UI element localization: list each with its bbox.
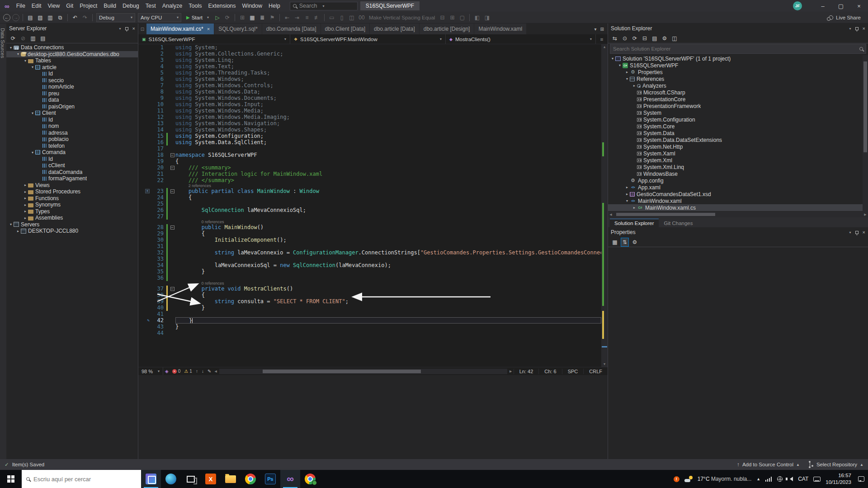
server-item-paisorigen[interactable]: paisOrigen: [6, 103, 138, 110]
solution-item-system-data-datasetextensions[interactable]: System.Data.DataSetExtensions: [608, 136, 868, 143]
codelens-references[interactable]: 2 references: [138, 183, 601, 188]
categorized-icon[interactable]: ▦: [611, 238, 619, 247]
solution-item-system-xml[interactable]: System.Xml: [608, 157, 868, 164]
server-item-id[interactable]: Id: [6, 156, 138, 163]
solution-item-presentationframework[interactable]: PresentationFramework: [608, 103, 868, 109]
menu-debug[interactable]: Debug: [119, 1, 142, 10]
expander-icon[interactable]: ▾: [624, 77, 630, 81]
expander-icon[interactable]: ▸: [23, 183, 28, 187]
open-file-icon[interactable]: ▧: [36, 13, 45, 22]
menu-window[interactable]: Window: [239, 1, 265, 10]
solution-horizontal-scrollbar[interactable]: ◀ ▶: [608, 211, 868, 217]
window-layout-icon[interactable]: ⊞: [600, 27, 604, 32]
solution-item-system-xml-linq[interactable]: System.Xml.Linq: [608, 164, 868, 170]
code-line-28[interactable]: 28– public MainWindow(): [138, 224, 601, 230]
expander-icon[interactable]: ▸: [632, 206, 637, 210]
solution-item-gestiocomandesdataset1-xsd[interactable]: ▸GestioComandesDataSet1.xsd: [608, 191, 868, 197]
code-line-12[interactable]: 12using System.Windows.Media.Imaging;: [138, 114, 601, 120]
zoom-dropdown[interactable]: 98 % ▾: [138, 367, 163, 375]
fold-collapse-icon[interactable]: –: [170, 153, 175, 157]
code-line-36[interactable]: 36: [138, 275, 601, 281]
code-line-37[interactable]: 37– private void MostraClients(): [138, 286, 601, 292]
project-dropdown[interactable]: ▣ S16SQLServerWPF ▾: [138, 34, 290, 44]
code-line-9[interactable]: 9using System.Windows.Documents;: [138, 95, 601, 101]
add-to-source-control-button[interactable]: ↑ Add to Source Control ▲: [737, 462, 800, 467]
code-cleanup-icon[interactable]: ✎: [206, 369, 213, 374]
decrease-indent-icon[interactable]: ⇤: [283, 13, 292, 22]
hot-reload-icon[interactable]: ⟳: [223, 13, 232, 22]
tool-tab-solution-explorer[interactable]: Solution Explorer: [610, 219, 659, 227]
server-item-stored-procedures[interactable]: ▸Stored Procedures: [6, 188, 138, 195]
close-panel-icon[interactable]: ×: [863, 26, 865, 31]
solution-item-properties[interactable]: ▸Properties: [608, 69, 868, 75]
solution-item-system-net-http[interactable]: System.Net.Http: [608, 143, 868, 150]
expander-icon[interactable]: ▸: [632, 84, 637, 88]
live-share-button[interactable]: Live Share: [829, 15, 861, 20]
solution-item-system-configuration[interactable]: System.Configuration: [608, 116, 868, 123]
scroll-right-icon[interactable]: ▶: [863, 213, 868, 216]
tray-alert-icon[interactable]: !: [674, 476, 679, 482]
code-line-27[interactable]: 27: [138, 213, 601, 220]
code-line-41[interactable]: 41: [138, 311, 601, 317]
redo-icon[interactable]: ↷: [80, 13, 90, 22]
scroll-right-icon[interactable]: ▶: [508, 370, 514, 373]
code-line-39[interactable]: 39 string consulta = "SELECT * FROM CLIE…: [138, 298, 601, 305]
server-item-comanda[interactable]: ▾Comanda: [6, 149, 138, 156]
stop-refresh-icon[interactable]: ⊘: [19, 34, 27, 43]
switch-views-icon[interactable]: ⇆: [611, 34, 619, 43]
code-line-21[interactable]: 21 /// Interaction logic for MainWindow.…: [138, 171, 601, 177]
code-line-3[interactable]: 3using System.Linq;: [138, 57, 601, 63]
increase-spacing-icon[interactable]: ⊞: [448, 13, 457, 22]
task-view-icon[interactable]: [181, 470, 201, 488]
error-count[interactable]: ×0: [170, 369, 183, 374]
solution-item-mainwindow-xaml[interactable]: ▾MainWindow.xaml: [608, 197, 868, 204]
previous-issue-icon[interactable]: ↑: [194, 369, 200, 374]
tab-mainwindow-xaml[interactable]: MainWindow.xaml: [474, 23, 526, 34]
server-item-desktop-jccl880[interactable]: ▸DESKTOP-JCCL880: [6, 228, 138, 235]
visual-studio-installer-icon[interactable]: [141, 470, 161, 488]
maximize-button[interactable]: ▢: [832, 0, 850, 12]
solution-item-system-core[interactable]: System.Core: [608, 123, 868, 130]
solution-vertical-scrollbar[interactable]: [863, 55, 868, 211]
code-line-10[interactable]: 10using System.Windows.Input;: [138, 101, 601, 108]
server-item-id[interactable]: Id: [6, 117, 138, 123]
server-item-adressa[interactable]: adressa: [6, 130, 138, 136]
edge-icon[interactable]: [161, 470, 181, 488]
tool-tab-git-changes[interactable]: Git Changes: [660, 219, 698, 227]
show-output-icon[interactable]: ≣: [258, 13, 267, 22]
solution-search-input[interactable]: [613, 46, 859, 52]
tab-dbo-comanda-data[interactable]: dbo.Comanda [Data]: [262, 23, 321, 34]
code-line-7[interactable]: 7using System.Windows.Controls;: [138, 82, 601, 89]
decrease-spacing-icon[interactable]: ⊟: [438, 13, 447, 22]
solution-item-system-data[interactable]: System.Data: [608, 130, 868, 136]
server-item-data[interactable]: data: [6, 97, 138, 103]
tab-dbo-article-data[interactable]: dbo.article [Data]: [370, 23, 419, 34]
solution-platforms-combo[interactable]: Any CPU▾: [138, 13, 181, 22]
spacing-count-icon[interactable]: 00: [357, 13, 366, 22]
window-position-icon[interactable]: ▾: [849, 230, 851, 235]
window-position-icon[interactable]: ▾: [849, 27, 851, 31]
solution-item-app-xaml[interactable]: ▸App.xaml: [608, 184, 868, 191]
next-issue-icon[interactable]: ↓: [200, 369, 206, 374]
code-line-42[interactable]: ✎42 }: [138, 317, 601, 324]
split-horizontal-icon[interactable]: ◧: [472, 13, 481, 22]
code-line-40[interactable]: 40 }: [138, 305, 601, 311]
code-line-22[interactable]: 22 /// </summary>: [138, 177, 601, 183]
code-line-43[interactable]: 43}: [138, 324, 601, 330]
solution-item-s16sqlserverwpf[interactable]: ▾S16SQLServerWPF: [608, 62, 868, 69]
server-item-tables[interactable]: ▾Tables: [6, 57, 138, 64]
expander-icon[interactable]: ▾: [30, 150, 35, 155]
solution-item-presentationcore[interactable]: PresentationCore: [608, 96, 868, 103]
pin-icon[interactable]: [125, 27, 128, 30]
solution-item-app-config[interactable]: App.config: [608, 177, 868, 184]
taskbar-search-box[interactable]: [22, 470, 141, 488]
expander-icon[interactable]: ▾: [15, 52, 21, 56]
minimize-button[interactable]: –: [814, 0, 832, 12]
solution-item-solution-s16sqlserverwpf-1-of-1-project[interactable]: ▾Solution 'S16SQLServerWPF' (1 of 1 proj…: [608, 55, 868, 62]
editor-horizontal-scrollbar[interactable]: [219, 369, 507, 374]
code-line-30[interactable]: 30 InitializeComponent();: [138, 237, 601, 243]
menu-help[interactable]: Help: [265, 1, 283, 10]
network-icon[interactable]: [765, 477, 772, 482]
code-line-33[interactable]: 33: [138, 256, 601, 262]
code-line-44[interactable]: 44: [138, 330, 601, 336]
